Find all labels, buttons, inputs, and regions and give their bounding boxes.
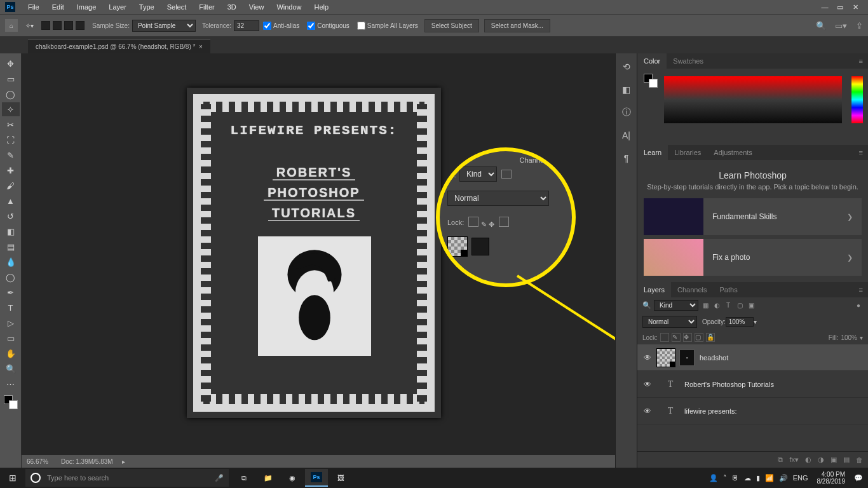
frame-tool-icon[interactable]: ⛶ (2, 133, 20, 147)
menu-filter[interactable]: Filter (193, 3, 220, 11)
contiguous-checkbox[interactable]: Contiguous (307, 22, 349, 30)
lock-transparent-icon[interactable] (660, 333, 669, 342)
link-layers-icon[interactable]: ⧉ (778, 456, 783, 464)
visibility-icon[interactable]: 👁 (642, 380, 653, 389)
tray-chevron-icon[interactable]: ˄ (723, 474, 727, 482)
brush-tool-icon[interactable]: 🖌 (2, 179, 20, 193)
color-tab[interactable]: Color (637, 53, 667, 69)
task-view-icon[interactable]: ⧉ (233, 469, 255, 487)
mask-icon[interactable]: ◐ (805, 456, 811, 464)
pen-tool-icon[interactable]: ✒ (2, 285, 20, 299)
libraries-tab[interactable]: Libraries (668, 145, 707, 160)
blend-mode-select[interactable]: Normal (642, 316, 697, 328)
layer-name[interactable]: headshot (700, 354, 728, 362)
zoom-tool-icon[interactable]: 🔍 (2, 362, 20, 376)
layer-lifewire-presents[interactable]: 👁 T lifewire presents: (637, 398, 868, 424)
blur-tool-icon[interactable]: 💧 (2, 255, 20, 269)
crop-tool-icon[interactable]: ✂ (2, 118, 20, 132)
swatches-tab[interactable]: Swatches (667, 53, 710, 69)
workspace-icon[interactable]: ▭▾ (835, 21, 847, 30)
edit-toolbar-icon[interactable]: ⋯ (2, 377, 20, 391)
magic-wand-tool-icon[interactable]: ✧▾ (25, 22, 34, 29)
learn-tab[interactable]: Learn (637, 145, 668, 160)
opacity-input[interactable]: 100% (726, 317, 754, 327)
visibility-icon[interactable]: 👁 (642, 407, 653, 416)
filter-smart-icon[interactable]: ▣ (747, 301, 756, 310)
menu-edit[interactable]: Edit (46, 3, 71, 11)
menu-window[interactable]: Window (270, 3, 308, 11)
history-brush-tool-icon[interactable]: ↺ (2, 209, 20, 223)
panel-menu-icon[interactable]: ≡ (854, 286, 868, 294)
close-button[interactable]: ✕ (848, 3, 863, 11)
magic-wand-tool-icon[interactable]: ✧ (2, 102, 20, 116)
filter-shape-icon[interactable]: ▢ (735, 301, 744, 310)
lock-all-icon[interactable]: 🔒 (706, 333, 715, 342)
layer-name[interactable]: lifewire presents: (684, 407, 737, 415)
foreground-background-swatch[interactable] (4, 395, 18, 409)
layer-headshot[interactable]: 👁 ▪ headshot (637, 344, 868, 371)
wifi-icon[interactable]: 📶 (765, 474, 774, 482)
menu-type[interactable]: Type (133, 3, 161, 11)
filter-type-icon[interactable]: T (724, 301, 733, 310)
layers-tab[interactable]: Layers (637, 282, 671, 297)
home-icon[interactable]: ⌂ (5, 19, 18, 32)
onedrive-icon[interactable]: ☁ (744, 474, 751, 482)
filter-toggle-icon[interactable]: ● (854, 301, 863, 310)
taskbar-search[interactable]: Type here to search 🎤 (25, 469, 229, 487)
menu-3d[interactable]: 3D (221, 3, 243, 11)
panel-menu-icon[interactable]: ≡ (854, 57, 868, 65)
minimize-button[interactable]: — (817, 3, 832, 11)
photos-icon[interactable]: 🖼 (329, 469, 352, 487)
adjustment-icon[interactable]: ◑ (818, 456, 824, 464)
history-panel-icon[interactable]: ⟲ (621, 61, 632, 72)
hue-strip[interactable] (851, 76, 863, 123)
layer-mask-icon[interactable]: ▪ (679, 349, 695, 366)
start-button[interactable]: ⊞ (0, 473, 25, 483)
lasso-tool-icon[interactable]: ◯ (2, 87, 20, 101)
rectangle-tool-icon[interactable]: ▭ (2, 331, 20, 345)
sample-mode-icon[interactable] (53, 21, 62, 30)
menu-image[interactable]: Image (71, 3, 103, 11)
channels-tab[interactable]: Channels (671, 282, 713, 297)
sample-size-select[interactable]: Point Sample (132, 20, 196, 32)
move-tool-icon[interactable]: ✥ (2, 57, 20, 71)
stamp-tool-icon[interactable]: ▲ (2, 194, 20, 208)
hand-tool-icon[interactable]: ✋ (2, 346, 20, 360)
properties-panel-icon[interactable]: ◧ (621, 84, 632, 95)
dodge-tool-icon[interactable]: ◯ (2, 270, 20, 284)
type-tool-icon[interactable]: T (2, 301, 20, 315)
select-and-mask-button[interactable]: Select and Mask... (484, 19, 550, 32)
file-explorer-icon[interactable]: 📁 (257, 469, 280, 487)
filter-pixel-icon[interactable]: ▦ (701, 301, 710, 310)
info-panel-icon[interactable]: ⓘ (621, 107, 632, 118)
adjustments-tab[interactable]: Adjustments (707, 145, 759, 160)
menu-layer[interactable]: Layer (102, 3, 133, 11)
color-gradient[interactable] (664, 76, 842, 123)
lesson-fundamental-skills[interactable]: Fundamental Skills ❯ (644, 198, 862, 235)
document-tab[interactable]: chalkboard-example1.psd @ 66.7% (headsho… (28, 39, 210, 53)
search-icon[interactable]: 🔍 (816, 21, 826, 30)
layer-name[interactable]: Robert's Photoshop Tutorials (684, 381, 774, 388)
menu-file[interactable]: File (22, 3, 46, 11)
healing-tool-icon[interactable]: ✚ (2, 163, 20, 177)
eraser-tool-icon[interactable]: ◧ (2, 224, 20, 238)
chrome-icon[interactable]: ◉ (281, 469, 304, 487)
menu-help[interactable]: Help (308, 3, 336, 11)
lock-artboard-icon[interactable]: ▢ (695, 333, 703, 342)
color-swatch-icon[interactable] (644, 74, 658, 88)
fx-icon[interactable]: fx▾ (789, 456, 799, 464)
volume-icon[interactable]: 🔊 (779, 474, 788, 482)
taskbar-clock[interactable]: 4:00 PM 8/28/2019 (813, 471, 850, 485)
anti-alias-checkbox[interactable]: Anti-alias (263, 22, 299, 30)
menu-select[interactable]: Select (161, 3, 193, 11)
lesson-fix-photo[interactable]: Fix a photo ❯ (644, 239, 862, 276)
character-panel-icon[interactable]: A| (621, 130, 632, 141)
restore-button[interactable]: ▭ (832, 3, 848, 11)
paths-tab[interactable]: Paths (714, 282, 744, 297)
share-icon[interactable]: ⇪ (856, 21, 863, 30)
menu-view[interactable]: View (243, 3, 271, 11)
mic-icon[interactable]: 🎤 (215, 474, 224, 482)
tolerance-input[interactable] (234, 20, 259, 31)
gradient-tool-icon[interactable]: ▤ (2, 240, 20, 254)
photoshop-taskbar-icon[interactable]: Ps (305, 469, 328, 487)
